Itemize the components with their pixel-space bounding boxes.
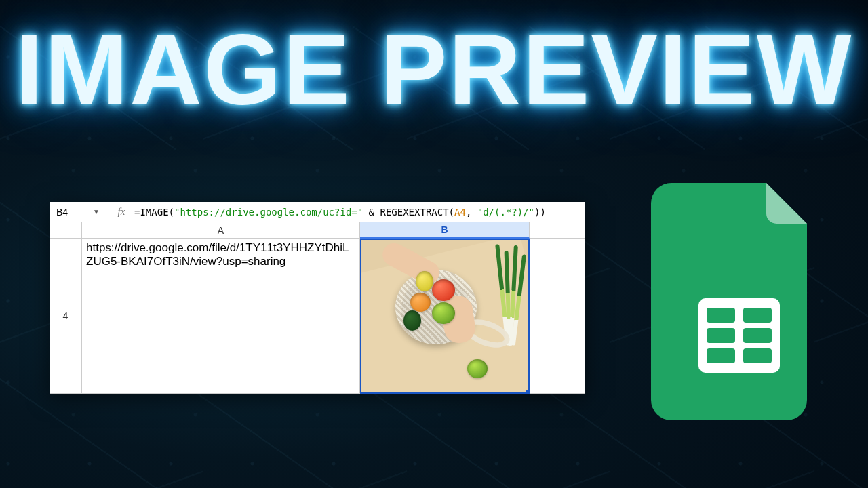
cell-b4[interactable] xyxy=(360,239,530,394)
formula-cell-ref: A4 xyxy=(454,207,466,218)
fx-label: fx xyxy=(113,206,130,218)
formula-part: )) xyxy=(534,207,546,218)
row-header-4[interactable]: 4 xyxy=(50,239,82,394)
green-apple-icon xyxy=(432,302,455,324)
tomato-icon xyxy=(432,279,455,301)
cell-c4[interactable] xyxy=(530,239,585,394)
select-all-corner[interactable] xyxy=(50,222,82,239)
formula-bar: B4 ▼ fx =IMAGE("https://drive.google.com… xyxy=(50,202,585,222)
name-box[interactable]: B4 xyxy=(50,207,89,218)
formula-part: , xyxy=(466,207,477,218)
pepper-icon xyxy=(403,310,421,331)
formula-string: "https://drive.google.com/uc?id=" xyxy=(174,207,363,218)
svg-rect-3 xyxy=(707,328,735,343)
svg-rect-4 xyxy=(743,328,772,343)
orange-icon xyxy=(410,293,431,312)
formula-input[interactable]: =IMAGE("https://drive.google.com/uc?id="… xyxy=(130,207,585,218)
spreadsheet-panel: B4 ▼ fx =IMAGE("https://drive.google.com… xyxy=(50,202,585,394)
column-header-c[interactable] xyxy=(530,222,585,239)
formula-part: =IMAGE( xyxy=(134,207,174,218)
green-apple-outside-icon xyxy=(467,359,488,378)
svg-rect-2 xyxy=(743,308,772,323)
divider xyxy=(108,205,108,219)
svg-rect-6 xyxy=(743,348,772,363)
name-box-dropdown-icon[interactable]: ▼ xyxy=(89,208,104,216)
formula-part: & REGEXEXTRACT( xyxy=(363,207,454,218)
slide-title: IMAGE PREVIEW xyxy=(0,12,868,127)
column-header-a[interactable]: A xyxy=(82,222,360,239)
cell-b4-image xyxy=(361,240,528,392)
google-sheets-icon xyxy=(651,183,827,420)
column-header-b[interactable]: B xyxy=(360,222,530,239)
cell-a4[interactable]: https://drive.google.com/file/d/1TY11t3Y… xyxy=(82,239,360,394)
svg-rect-5 xyxy=(707,348,735,363)
cell-grid: A B 4 https://drive.google.com/file/d/1T… xyxy=(50,222,585,394)
svg-rect-1 xyxy=(707,308,735,323)
formula-string: "d/(.*?)/" xyxy=(477,207,534,218)
lemon-icon xyxy=(416,271,433,291)
